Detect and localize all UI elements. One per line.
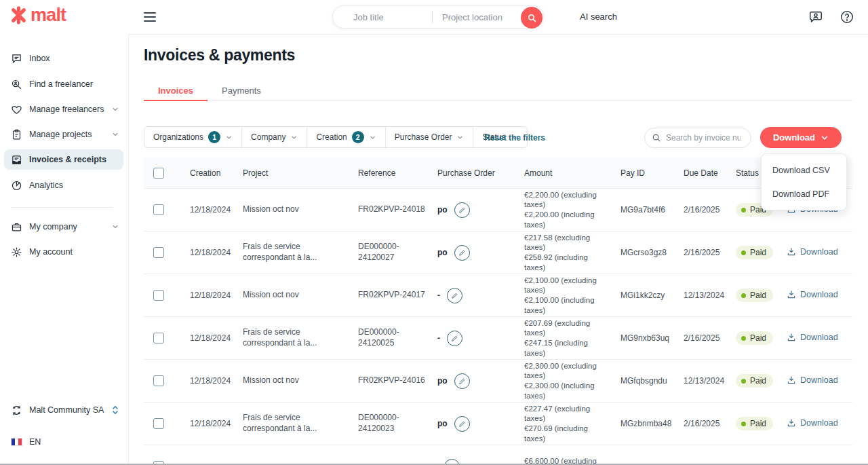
sidebar-item-analytics[interactable]: Analytics (0, 175, 129, 196)
tab-invoices[interactable]: Invoices (144, 84, 208, 101)
amount-excl-tax: €2,100.00 (excluding taxes) (524, 276, 611, 295)
sidebar-item-my-account[interactable]: My account (0, 242, 129, 262)
invoice-reference: DE000000-24120025 (358, 327, 437, 348)
invoice-reference: DE000000-24120027 (358, 242, 437, 263)
po-value: po (437, 248, 448, 257)
due-date: 2/16/2025 (684, 419, 736, 428)
language-selector[interactable]: EN (0, 432, 129, 452)
search-icon (652, 133, 661, 143)
due-date: 12/13/2024 (684, 376, 736, 386)
inbox-chat-icon (11, 53, 22, 64)
table-row: 12/18/2024 Frais de service correspondan… (144, 403, 852, 445)
project-name: Frais de service correspondant à la... (243, 327, 358, 348)
status-badge: Paid (736, 331, 773, 345)
project-location-input[interactable] (442, 12, 510, 22)
company-switcher-label: Malt Community SA (29, 405, 104, 415)
amount-excl-tax: €2,300.00 (excluding taxes) (524, 361, 611, 381)
help-icon[interactable] (840, 10, 854, 24)
header-reference: Reference (358, 168, 437, 178)
row-checkbox[interactable] (153, 333, 164, 343)
row-checkbox[interactable] (153, 375, 164, 386)
sidebar-item-find-freelancer[interactable]: Find a freelancer (0, 74, 129, 94)
download-button-label: Download (773, 132, 815, 143)
paid-dot-icon (741, 250, 746, 255)
select-all-checkbox[interactable] (153, 168, 164, 179)
sidebar-item-label: My account (29, 247, 73, 257)
download-icon (787, 418, 796, 428)
creation-date: 12/18/2024 (190, 419, 243, 428)
invoice-search-input[interactable] (666, 133, 741, 143)
amount-incl-tax: €258.92 (including taxes) (524, 253, 611, 272)
pay-id: MGi1kk2czy (620, 291, 684, 300)
filter-creation[interactable]: Creation 2 (307, 127, 385, 147)
menu-item-download-pdf[interactable]: Download PDF (762, 182, 846, 206)
sidebar-item-inbox[interactable]: Inbox (0, 48, 129, 69)
sidebar-item-manage-projects[interactable]: Manage projects (0, 124, 129, 145)
row-download-link[interactable]: Download (787, 290, 838, 299)
row-checkbox[interactable] (153, 247, 164, 258)
sidebar-item-label: Find a freelancer (29, 79, 93, 89)
menu-hamburger-icon[interactable] (144, 12, 156, 22)
malt-logo[interactable]: malt (9, 6, 66, 24)
download-dropdown-menu: Download CSV Download PDF (761, 153, 847, 210)
sidebar-item-manage-freelancers[interactable]: Manage freelancers (0, 99, 129, 119)
creation-date: 12/18/2024 (190, 376, 243, 386)
row-download-link[interactable]: Download (787, 247, 838, 257)
row-checkbox[interactable] (153, 290, 164, 301)
po-value: po (437, 376, 448, 386)
header-creation: Creation (190, 168, 243, 178)
download-button[interactable]: Download (760, 127, 842, 148)
tab-payments[interactable]: Payments (208, 84, 275, 101)
invoices-table: Creation Project Reference Purchase Orde… (144, 157, 852, 465)
reset-filters-link[interactable]: Reset the filters (484, 133, 545, 143)
edit-po-button[interactable] (447, 288, 462, 303)
row-checkbox[interactable] (153, 418, 164, 429)
project-name: Mission oct nov (243, 204, 358, 215)
sidebar-item-label: Analytics (29, 181, 63, 190)
menu-item-download-csv[interactable]: Download CSV (762, 158, 846, 182)
chevron-down-icon (821, 134, 829, 142)
pay-id: MGfqbsgndu (620, 376, 684, 386)
support-chat-icon[interactable] (808, 10, 823, 24)
pay-id: MGzbnmba48 (620, 419, 684, 428)
row-download-link[interactable]: Download (787, 418, 838, 428)
edit-po-button[interactable] (454, 416, 470, 432)
sidebar-item-my-company[interactable]: My company (0, 217, 129, 237)
filter-organizations[interactable]: Organizations 1 (144, 127, 242, 147)
job-title-input[interactable] (353, 12, 432, 22)
filter-bar: Organizations 1 Company Creation 2 Purch… (144, 126, 528, 148)
search-submit-button[interactable] (521, 7, 542, 29)
status-badge: Paid (736, 417, 773, 430)
edit-po-button[interactable] (454, 202, 470, 218)
company-switcher[interactable]: Malt Community SA (0, 400, 129, 420)
po-value: - (437, 333, 440, 343)
pencil-icon (458, 249, 466, 257)
edit-po-button[interactable] (454, 245, 470, 261)
ai-search-link[interactable]: AI search (580, 12, 617, 22)
status-badge: Paid (736, 374, 773, 388)
filter-purchase-order[interactable]: Purchase Order (386, 127, 474, 147)
row-checkbox[interactable] (153, 204, 164, 215)
sidebar-item-label: Invoices & receipts (29, 155, 106, 164)
row-download-link[interactable]: Download (787, 333, 838, 342)
row-download-link[interactable]: Download (787, 375, 838, 385)
header-amount: Amount (524, 168, 620, 178)
paid-dot-icon (741, 208, 746, 212)
invoice-reference: FR02KPVP-24016 (358, 375, 437, 386)
edit-po-button[interactable] (454, 373, 470, 389)
pie-chart-icon (11, 180, 22, 191)
chevron-down-icon (456, 134, 464, 141)
due-date: 2/16/2025 (684, 248, 736, 257)
table-row: 12/18/2024 Mission oct nov FR02KPVP-2401… (144, 189, 852, 231)
due-date: 12/13/2024 (684, 291, 736, 300)
filter-company[interactable]: Company (242, 127, 307, 147)
invoice-search (644, 128, 751, 148)
edit-po-button[interactable] (447, 331, 462, 346)
creation-date: 12/18/2024 (190, 248, 243, 257)
clipboard-icon (11, 129, 22, 141)
creation-date: 12/18/2024 (190, 333, 243, 343)
global-search-bar (332, 5, 544, 29)
pencil-icon (458, 420, 466, 428)
chevron-down-icon (111, 130, 119, 138)
sidebar-item-invoices-receipts[interactable]: Invoices & receipts (4, 149, 123, 170)
